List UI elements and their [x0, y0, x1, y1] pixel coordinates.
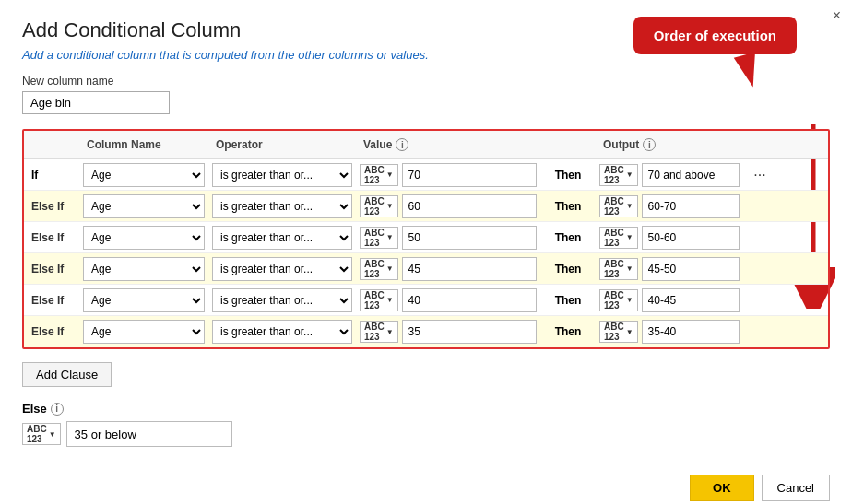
th-then	[540, 135, 596, 155]
add-clause-button[interactable]: Add Clause	[22, 362, 112, 387]
output-type-badge-5[interactable]: ABC123 ▼	[599, 321, 638, 343]
output-cell-2: ABC123 ▼	[596, 224, 743, 252]
table-header: Column Name Operator Value i Output i	[24, 131, 828, 159]
more-button-2	[743, 234, 776, 241]
column-select-5[interactable]: Age	[79, 318, 208, 346]
column-select-0[interactable]: Age	[79, 161, 208, 189]
column-select-3[interactable]: Age	[79, 255, 208, 283]
column-dropdown-1[interactable]: Age	[83, 194, 205, 218]
output-input-3[interactable]	[642, 257, 740, 281]
operator-dropdown-5[interactable]: is greater than or...	[212, 320, 352, 344]
close-button[interactable]: ×	[833, 7, 841, 24]
operator-select-4[interactable]: is greater than or...	[208, 287, 356, 314]
row-label-4: Else If	[24, 290, 79, 311]
output-cell-0: ABC123 ▼	[596, 161, 743, 189]
value-type-badge-2[interactable]: ABC123 ▼	[360, 227, 398, 249]
column-select-2[interactable]: Age	[79, 224, 208, 252]
more-button-1	[743, 203, 776, 210]
column-dropdown-3[interactable]: Age	[83, 257, 205, 281]
else-type-badge[interactable]: ABC123 ▼	[22, 423, 61, 445]
value-input-2[interactable]	[402, 226, 537, 250]
row-label-0: If	[24, 165, 79, 185]
output-cell-1: ABC123 ▼	[596, 193, 743, 220]
output-input-5[interactable]	[642, 320, 740, 344]
operator-dropdown-3[interactable]: is greater than or...	[212, 257, 352, 281]
output-cell-3: ABC123 ▼	[596, 255, 743, 283]
value-type-badge-3[interactable]: ABC123 ▼	[360, 258, 398, 280]
value-type-badge-5[interactable]: ABC123 ▼	[360, 321, 398, 343]
ok-button[interactable]: OK	[690, 475, 754, 501]
output-info-icon[interactable]: i	[643, 138, 656, 151]
column-name-label: New column name	[22, 75, 830, 88]
cancel-button[interactable]: Cancel	[762, 475, 830, 501]
output-input-0[interactable]	[642, 163, 740, 187]
more-button-0[interactable]: ···	[743, 163, 776, 187]
dialog-footer: OK Cancel	[22, 465, 830, 501]
column-name-input[interactable]	[22, 91, 170, 114]
operator-select-0[interactable]: is greater than or...	[208, 161, 356, 189]
row-label-3: Else If	[24, 259, 79, 279]
th-column-name: Column Name	[79, 135, 208, 155]
operator-select-3[interactable]: is greater than or...	[208, 255, 356, 283]
output-type-badge-0[interactable]: ABC123 ▼	[599, 164, 638, 186]
operator-dropdown-0[interactable]: is greater than or...	[212, 163, 352, 187]
output-input-1[interactable]	[642, 194, 740, 218]
output-type-badge-3[interactable]: ABC123 ▼	[599, 258, 638, 280]
value-cell-0: ABC123 ▼	[356, 161, 540, 189]
operator-select-1[interactable]: is greater than or...	[208, 193, 356, 220]
else-value-input[interactable]	[66, 421, 232, 447]
output-input-2[interactable]	[642, 226, 740, 250]
more-button-4	[743, 297, 776, 304]
table-row: If Age is greater than or... ABC123 ▼ Th…	[24, 159, 828, 191]
row-label-1: Else If	[24, 196, 79, 217]
value-cell-2: ABC123 ▼	[356, 224, 540, 252]
column-dropdown-4[interactable]: Age	[83, 288, 205, 312]
value-cell-3: ABC123 ▼	[356, 255, 540, 283]
then-label-1: Then	[540, 196, 596, 217]
column-select-4[interactable]: Age	[79, 287, 208, 314]
operator-dropdown-1[interactable]: is greater than or...	[212, 194, 352, 218]
table-row: Else If Age is greater than or... ABC123…	[24, 316, 828, 347]
value-input-1[interactable]	[402, 194, 537, 218]
then-label-0: Then	[540, 165, 596, 185]
output-type-badge-2[interactable]: ABC123 ▼	[599, 227, 638, 249]
value-type-badge-1[interactable]: ABC123 ▼	[360, 195, 398, 217]
subtitle-suffix: .	[425, 48, 429, 62]
order-callout: Order of execution	[633, 17, 797, 54]
value-input-3[interactable]	[402, 257, 537, 281]
operator-select-5[interactable]: is greater than or...	[208, 318, 356, 346]
then-label-3: Then	[540, 259, 596, 279]
value-input-4[interactable]	[402, 288, 537, 312]
output-input-4[interactable]	[642, 288, 740, 312]
th-operator: Operator	[208, 135, 356, 155]
column-dropdown-0[interactable]: Age	[83, 163, 205, 187]
output-type-badge-4[interactable]: ABC123 ▼	[599, 289, 638, 311]
value-input-0[interactable]	[402, 163, 537, 187]
conditions-table: Column Name Operator Value i Output i If…	[22, 129, 830, 349]
value-type-badge-4[interactable]: ABC123 ▼	[360, 289, 398, 311]
subtitle-highlight: other columns or values	[298, 48, 425, 62]
subtitle-text: Add a conditional column that is compute…	[22, 48, 298, 62]
then-label-2: Then	[540, 228, 596, 248]
value-cell-5: ABC123 ▼	[356, 318, 540, 346]
column-select-1[interactable]: Age	[79, 193, 208, 220]
operator-dropdown-4[interactable]: is greater than or...	[212, 288, 352, 312]
value-type-badge-0[interactable]: ABC123 ▼	[360, 164, 398, 186]
value-input-5[interactable]	[402, 320, 537, 344]
operator-dropdown-2[interactable]: is greater than or...	[212, 226, 352, 250]
th-actions	[743, 135, 776, 155]
add-conditional-column-dialog: × Order of execution Add Conditional Col…	[0, 0, 852, 504]
else-info-icon[interactable]: i	[51, 403, 64, 416]
column-dropdown-2[interactable]: Age	[83, 226, 205, 250]
th-if	[24, 135, 79, 155]
row-label-2: Else If	[24, 228, 79, 248]
table-row: Else If Age is greater than or... ABC123…	[24, 253, 828, 285]
table-row: Else If Age is greater than or... ABC123…	[24, 285, 828, 316]
more-button-3	[743, 265, 776, 273]
column-dropdown-5[interactable]: Age	[83, 320, 205, 344]
operator-select-2[interactable]: is greater than or...	[208, 224, 356, 252]
output-type-badge-1[interactable]: ABC123 ▼	[599, 195, 638, 217]
else-label: Else i	[22, 402, 830, 416]
value-cell-4: ABC123 ▼	[356, 287, 540, 314]
value-info-icon[interactable]: i	[396, 138, 408, 151]
